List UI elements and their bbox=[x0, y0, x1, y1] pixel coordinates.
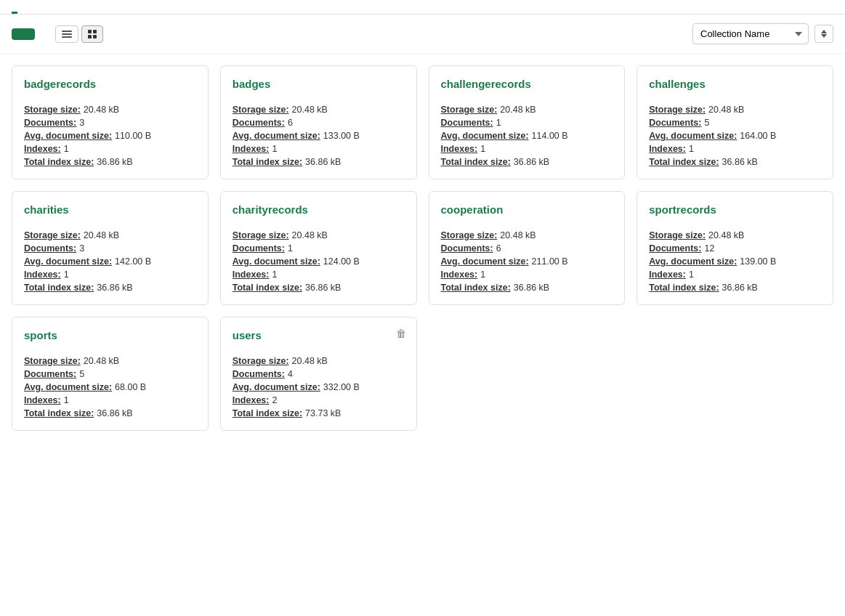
avg-doc-size-row: Avg. document size: 110.00 B bbox=[24, 131, 196, 141]
total-index-size-row: Total index size: 36.86 kB bbox=[24, 283, 196, 293]
avg-doc-size-value: 139.00 B bbox=[740, 256, 776, 267]
total-index-size-row: Total index size: 36.86 kB bbox=[24, 157, 196, 167]
collection-card[interactable]: users 🗑 Storage size: 20.48 kB Documents… bbox=[220, 317, 417, 431]
sort-direction-button[interactable] bbox=[814, 25, 833, 43]
indexes-row: Indexes: 1 bbox=[441, 144, 613, 154]
collection-name[interactable]: challengerecords bbox=[441, 78, 613, 90]
tab-collections[interactable] bbox=[12, 0, 17, 14]
delete-collection-button[interactable]: 🗑 bbox=[396, 328, 406, 339]
total-index-size-row: Total index size: 36.86 kB bbox=[233, 283, 405, 293]
collection-name[interactable]: users bbox=[233, 329, 405, 341]
documents-label: Documents: bbox=[441, 118, 493, 128]
avg-doc-size-value: 68.00 B bbox=[115, 382, 146, 392]
collection-stats: Storage size: 20.48 kB Documents: 6 Avg.… bbox=[233, 105, 405, 167]
total-index-size-label: Total index size: bbox=[441, 157, 511, 167]
storage-size-value: 20.48 kB bbox=[84, 356, 119, 366]
sort-select[interactable]: Collection NameDocument CountStorage Siz… bbox=[692, 23, 809, 44]
documents-label: Documents: bbox=[24, 118, 76, 128]
storage-size-label: Storage size: bbox=[24, 356, 81, 366]
create-collection-button[interactable] bbox=[12, 28, 35, 40]
avg-doc-size-row: Avg. document size: 164.00 B bbox=[649, 131, 821, 141]
total-index-size-label: Total index size: bbox=[24, 408, 94, 418]
documents-row: Documents: 1 bbox=[233, 243, 405, 254]
indexes-row: Indexes: 2 bbox=[233, 395, 405, 405]
storage-size-value: 20.48 kB bbox=[84, 105, 119, 115]
avg-doc-size-label: Avg. document size: bbox=[24, 131, 112, 141]
avg-doc-size-value: 114.00 B bbox=[532, 131, 568, 141]
total-index-size-row: Total index size: 36.86 kB bbox=[24, 408, 196, 418]
total-index-size-label: Total index size: bbox=[24, 157, 94, 167]
avg-doc-size-label: Avg. document size: bbox=[441, 131, 529, 141]
indexes-label: Indexes: bbox=[24, 144, 61, 154]
avg-doc-size-label: Avg. document size: bbox=[233, 131, 320, 141]
indexes-value: 1 bbox=[64, 395, 69, 405]
collection-stats: Storage size: 20.48 kB Documents: 3 Avg.… bbox=[24, 230, 196, 293]
list-view-button[interactable] bbox=[55, 25, 78, 43]
collection-stats: Storage size: 20.48 kB Documents: 3 Avg.… bbox=[24, 105, 196, 167]
total-index-size-value: 36.86 kB bbox=[722, 283, 758, 293]
collection-card[interactable]: charityrecords Storage size: 20.48 kB Do… bbox=[220, 191, 417, 305]
avg-doc-size-label: Avg. document size: bbox=[233, 256, 320, 267]
indexes-row: Indexes: 1 bbox=[24, 144, 196, 154]
collection-name[interactable]: badges bbox=[233, 78, 405, 90]
collection-card[interactable]: charities Storage size: 20.48 kB Documen… bbox=[12, 191, 209, 305]
documents-label: Documents: bbox=[24, 369, 76, 379]
avg-doc-size-label: Avg. document size: bbox=[24, 382, 112, 392]
storage-size-label: Storage size: bbox=[24, 105, 81, 115]
documents-label: Documents: bbox=[441, 243, 493, 254]
indexes-label: Indexes: bbox=[649, 144, 686, 154]
collection-card[interactable]: challengerecords Storage size: 20.48 kB … bbox=[429, 65, 626, 179]
indexes-label: Indexes: bbox=[441, 144, 478, 154]
total-index-size-label: Total index size: bbox=[233, 157, 302, 167]
total-index-size-value: 36.86 kB bbox=[305, 283, 341, 293]
collection-card[interactable]: sportrecords Storage size: 20.48 kB Docu… bbox=[636, 191, 833, 305]
total-index-size-row: Total index size: 36.86 kB bbox=[649, 283, 821, 293]
storage-size-row: Storage size: 20.48 kB bbox=[441, 105, 613, 115]
collection-name[interactable]: charityrecords bbox=[233, 203, 405, 216]
collection-stats: Storage size: 20.48 kB Documents: 1 Avg.… bbox=[441, 105, 613, 167]
storage-size-row: Storage size: 20.48 kB bbox=[649, 230, 821, 240]
list-icon bbox=[62, 31, 72, 38]
documents-row: Documents: 4 bbox=[233, 369, 405, 379]
sort-area: Collection NameDocument CountStorage Siz… bbox=[687, 23, 833, 44]
collection-card[interactable]: sports Storage size: 20.48 kB Documents:… bbox=[12, 317, 209, 431]
collection-card[interactable]: badgerecords Storage size: 20.48 kB Docu… bbox=[12, 65, 209, 179]
total-index-size-value: 36.86 kB bbox=[514, 157, 549, 167]
total-index-size-value: 36.86 kB bbox=[305, 157, 341, 167]
indexes-value: 1 bbox=[480, 144, 485, 154]
collection-name[interactable]: sportrecords bbox=[649, 203, 821, 216]
indexes-row: Indexes: 1 bbox=[649, 270, 821, 280]
avg-doc-size-row: Avg. document size: 114.00 B bbox=[441, 131, 613, 141]
collection-name[interactable]: sports bbox=[24, 329, 196, 341]
avg-doc-size-label: Avg. document size: bbox=[649, 256, 737, 267]
avg-doc-size-row: Avg. document size: 68.00 B bbox=[24, 382, 196, 392]
avg-doc-size-value: 124.00 B bbox=[323, 256, 360, 267]
collection-name[interactable]: cooperation bbox=[441, 203, 613, 216]
collection-name[interactable]: badgerecords bbox=[24, 78, 196, 90]
collection-card[interactable]: challenges Storage size: 20.48 kB Docume… bbox=[636, 65, 833, 179]
grid-icon bbox=[88, 30, 97, 38]
total-index-size-value: 36.86 kB bbox=[514, 283, 549, 293]
collection-stats: Storage size: 20.48 kB Documents: 6 Avg.… bbox=[441, 230, 613, 293]
collection-card[interactable]: cooperation Storage size: 20.48 kB Docum… bbox=[429, 191, 626, 305]
indexes-value: 1 bbox=[64, 270, 69, 280]
documents-value: 6 bbox=[496, 243, 501, 254]
indexes-label: Indexes: bbox=[24, 395, 61, 405]
collection-name[interactable]: challenges bbox=[649, 78, 821, 90]
storage-size-row: Storage size: 20.48 kB bbox=[24, 356, 196, 366]
indexes-value: 1 bbox=[64, 144, 69, 154]
top-nav bbox=[0, 0, 845, 15]
storage-size-label: Storage size: bbox=[233, 105, 289, 115]
indexes-label: Indexes: bbox=[233, 395, 270, 405]
total-index-size-label: Total index size: bbox=[233, 283, 302, 293]
collection-name[interactable]: charities bbox=[24, 203, 196, 216]
avg-doc-size-label: Avg. document size: bbox=[441, 256, 529, 267]
grid-view-button[interactable] bbox=[81, 25, 103, 43]
collection-card[interactable]: badges Storage size: 20.48 kB Documents:… bbox=[220, 65, 417, 179]
storage-size-row: Storage size: 20.48 kB bbox=[24, 105, 196, 115]
avg-doc-size-value: 110.00 B bbox=[115, 131, 151, 141]
documents-row: Documents: 6 bbox=[441, 243, 613, 254]
indexes-row: Indexes: 1 bbox=[24, 395, 196, 405]
indexes-value: 1 bbox=[272, 270, 277, 280]
total-index-size-label: Total index size: bbox=[649, 157, 719, 167]
